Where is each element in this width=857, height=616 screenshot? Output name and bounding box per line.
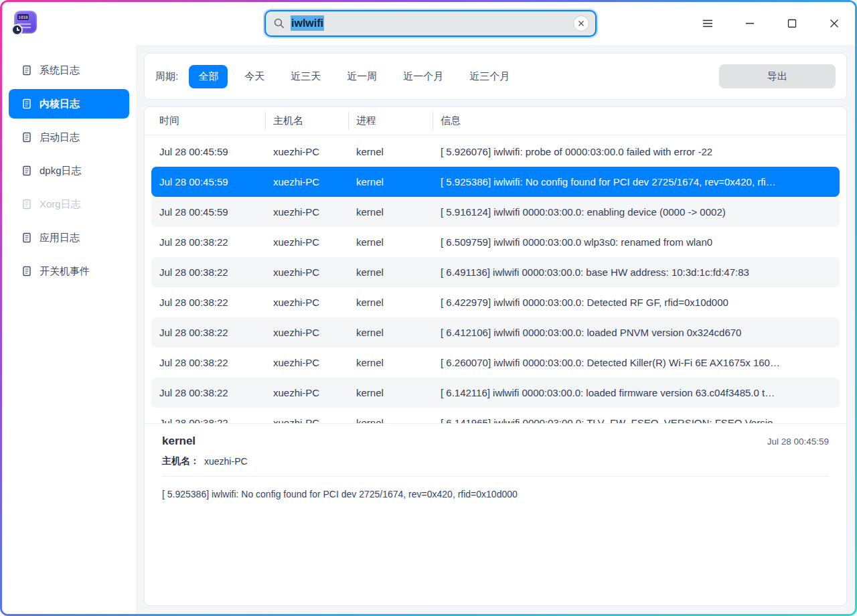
cell-process: kernel bbox=[348, 387, 433, 398]
table-row[interactable]: Jul 28 00:45:59 xuezhi-PC kernel [ 5.926… bbox=[151, 137, 840, 167]
window-frame: 1010 iwlwifi bbox=[0, 0, 857, 616]
filter-option-month[interactable]: 近一个月 bbox=[394, 65, 453, 88]
maximize-icon bbox=[787, 19, 797, 28]
cell-time: Jul 28 00:38:22 bbox=[151, 387, 265, 398]
title-menu-button[interactable] bbox=[696, 12, 719, 35]
minimize-button[interactable] bbox=[738, 12, 761, 35]
cell-process: kernel bbox=[348, 357, 433, 368]
cell-hostname: xuezhi-PC bbox=[265, 417, 348, 423]
export-button[interactable]: 导出 bbox=[719, 64, 836, 88]
cell-message: [ 5.925386] iwlwifi: No config found for… bbox=[433, 176, 840, 187]
column-header-process[interactable]: 进程 bbox=[348, 107, 433, 135]
log-table-card: 时间 主机名 进程 信息 Jul 28 00:45:59 xuezhi-PC k… bbox=[144, 106, 847, 606]
filter-option-3days[interactable]: 近三天 bbox=[281, 65, 330, 88]
cell-hostname: xuezhi-PC bbox=[265, 357, 348, 368]
detail-host-label: 主机名： bbox=[162, 455, 200, 467]
column-header-message[interactable]: 信息 bbox=[433, 107, 840, 135]
logo-clock-icon bbox=[11, 24, 23, 35]
cell-hostname: xuezhi-PC bbox=[265, 327, 348, 338]
sidebar-item-label: dpkg日志 bbox=[40, 165, 82, 177]
search-icon bbox=[273, 17, 285, 29]
cell-time: Jul 28 00:38:22 bbox=[151, 266, 265, 278]
cell-process: kernel bbox=[348, 327, 433, 338]
filter-option-today[interactable]: 今天 bbox=[235, 65, 274, 88]
cell-time: Jul 28 00:38:22 bbox=[151, 236, 265, 248]
sidebar-item-label: 应用日志 bbox=[40, 232, 80, 244]
table-row[interactable]: Jul 28 00:38:22 xuezhi-PC kernel [ 6.141… bbox=[151, 408, 840, 423]
maximize-button[interactable] bbox=[781, 12, 803, 35]
boot-log-icon bbox=[21, 132, 32, 143]
sidebar-item-label: Xorg日志 bbox=[40, 198, 81, 211]
cell-time: Jul 28 00:38:22 bbox=[151, 327, 265, 338]
search-box[interactable]: iwlwifi bbox=[264, 10, 597, 37]
table-row[interactable]: Jul 28 00:38:22 xuezhi-PC kernel [ 6.260… bbox=[151, 348, 840, 378]
sidebar-item-label: 启动日志 bbox=[40, 131, 80, 144]
window-body: 系统日志 内核日志 启动日志 dpkg日志 Xorg日志 bbox=[2, 45, 855, 614]
cell-process: kernel bbox=[348, 297, 433, 308]
filter-option-all[interactable]: 全部 bbox=[189, 65, 228, 88]
detail-divider bbox=[162, 476, 829, 477]
table-row[interactable]: Jul 28 00:38:22 xuezhi-PC kernel [ 6.412… bbox=[151, 317, 840, 348]
close-icon bbox=[830, 19, 839, 28]
cell-message: [ 6.491136] iwlwifi 0000:03:00.0: base H… bbox=[433, 266, 840, 278]
detail-timestamp: Jul 28 00:45:59 bbox=[767, 437, 829, 447]
column-header-hostname[interactable]: 主机名 bbox=[265, 107, 348, 135]
cell-time: Jul 28 00:45:59 bbox=[151, 176, 265, 187]
table-row[interactable]: Jul 28 00:45:59 xuezhi-PC kernel [ 5.916… bbox=[151, 197, 840, 227]
detail-host-row: 主机名： xuezhi-PC bbox=[162, 455, 829, 467]
dpkg-log-icon bbox=[21, 165, 32, 176]
cell-process: kernel bbox=[348, 236, 433, 248]
sidebar-item-power-events[interactable]: 开关机事件 bbox=[9, 256, 129, 286]
table-header: 时间 主机名 进程 信息 bbox=[145, 107, 846, 135]
table-row[interactable]: Jul 28 00:38:22 xuezhi-PC kernel [ 6.142… bbox=[151, 378, 840, 408]
filter-option-week[interactable]: 近一周 bbox=[337, 65, 386, 88]
column-header-time[interactable]: 时间 bbox=[151, 107, 265, 135]
table-row[interactable]: Jul 28 00:38:22 xuezhi-PC kernel [ 6.509… bbox=[151, 227, 840, 257]
search-input[interactable]: iwlwifi bbox=[291, 11, 568, 35]
application-log-icon bbox=[21, 232, 32, 243]
titlebar: 1010 iwlwifi bbox=[2, 2, 855, 45]
cell-time: Jul 28 00:45:59 bbox=[151, 146, 265, 157]
cell-message: [ 6.141965] iwlwifi 0000:03:00.0: TLV_FW… bbox=[433, 417, 840, 423]
table-row[interactable]: Jul 28 00:38:22 xuezhi-PC kernel [ 6.422… bbox=[151, 287, 840, 317]
cell-hostname: xuezhi-PC bbox=[265, 206, 348, 218]
cell-process: kernel bbox=[348, 266, 433, 278]
cell-time: Jul 28 00:38:22 bbox=[151, 357, 265, 368]
cell-message: [ 5.916124] iwlwifi 0000:03:00.0: enabli… bbox=[433, 206, 840, 218]
cell-time: Jul 28 00:45:59 bbox=[151, 206, 265, 218]
table-row-selected[interactable]: Jul 28 00:45:59 xuezhi-PC kernel [ 5.925… bbox=[151, 167, 840, 197]
sidebar-item-dpkg-log[interactable]: dpkg日志 bbox=[9, 156, 129, 185]
table-row[interactable]: Jul 28 00:38:22 xuezhi-PC kernel [ 6.491… bbox=[151, 257, 840, 287]
sidebar-item-kernel-log[interactable]: 内核日志 bbox=[9, 89, 129, 119]
logo-binary-chip: 1010 bbox=[17, 14, 29, 20]
filter-bar: 周期: 全部 今天 近三天 近一周 近一个月 近三个月 导出 bbox=[144, 53, 847, 100]
cell-time: Jul 28 00:38:22 bbox=[151, 417, 265, 423]
sidebar-item-boot-log[interactable]: 启动日志 bbox=[9, 123, 129, 152]
sidebar-item-system-log[interactable]: 系统日志 bbox=[9, 56, 129, 85]
sidebar-item-label: 系统日志 bbox=[40, 64, 80, 77]
cell-process: kernel bbox=[348, 146, 433, 157]
clear-search-button[interactable] bbox=[573, 15, 589, 31]
cell-hostname: xuezhi-PC bbox=[265, 297, 348, 308]
cell-hostname: xuezhi-PC bbox=[265, 236, 348, 248]
cell-hostname: xuezhi-PC bbox=[265, 176, 348, 187]
window-controls bbox=[696, 2, 846, 45]
cell-process: kernel bbox=[348, 176, 433, 187]
cell-hostname: xuezhi-PC bbox=[265, 146, 348, 157]
main-area: 周期: 全部 今天 近三天 近一周 近一个月 近三个月 导出 时间 主机名 进程… bbox=[136, 45, 855, 614]
detail-process-name: kernel bbox=[162, 435, 196, 448]
sidebar-item-application-log[interactable]: 应用日志 bbox=[9, 223, 129, 252]
sidebar-item-label: 内核日志 bbox=[40, 98, 80, 110]
detail-pane: kernel Jul 28 00:45:59 主机名： xuezhi-PC [ … bbox=[145, 423, 846, 605]
sidebar-item-xorg-log: Xorg日志 bbox=[9, 189, 129, 219]
cell-message: [ 6.142116] iwlwifi 0000:03:00.0: loaded… bbox=[433, 387, 840, 398]
minimize-icon bbox=[745, 19, 755, 28]
close-button[interactable] bbox=[823, 12, 846, 35]
cell-message: [ 6.422979] iwlwifi 0000:03:00.0: Detect… bbox=[433, 297, 840, 308]
cell-message: [ 5.926076] iwlwifi: probe of 0000:03:00… bbox=[433, 146, 840, 157]
period-label: 周期: bbox=[155, 70, 178, 83]
cell-hostname: xuezhi-PC bbox=[265, 266, 348, 278]
search-selected-text: iwlwifi bbox=[291, 15, 324, 31]
filter-option-3months[interactable]: 近三个月 bbox=[460, 65, 519, 88]
sidebar-item-label: 开关机事件 bbox=[40, 265, 90, 278]
